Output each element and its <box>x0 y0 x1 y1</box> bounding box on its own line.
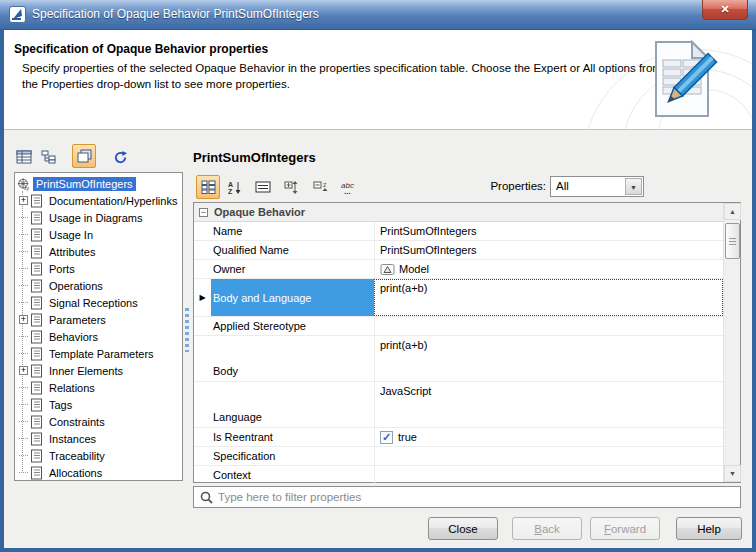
page-icon <box>30 262 43 276</box>
editing-cell[interactable]: print(a+b) <box>374 279 723 316</box>
tree-item-printsumofintegers[interactable]: xy PrintSumOfIntegers <box>15 175 182 192</box>
show-full-text-icon[interactable]: abc ... <box>338 175 362 199</box>
tree-connector <box>19 421 28 422</box>
properties-dropdown[interactable]: All ▼ <box>550 176 644 197</box>
cascade-view-button[interactable] <box>72 144 96 168</box>
scrollbar-thumb[interactable] <box>725 223 740 259</box>
tree-connector <box>19 336 28 337</box>
usage-table-view-button[interactable] <box>12 145 36 169</box>
row-gutter <box>194 336 211 381</box>
owner-value-text: Model <box>399 263 429 275</box>
tree-item-parameters[interactable]: + Parameters <box>15 311 182 328</box>
property-row-context[interactable]: Context <box>194 466 723 483</box>
property-value[interactable]: print(a+b) <box>374 279 723 316</box>
tree-item-label: Template Parameters <box>46 347 157 361</box>
property-row-owner[interactable]: Owner Model <box>194 260 723 279</box>
refresh-icon[interactable] <box>108 145 132 169</box>
back-button[interactable]: Back <box>512 517 582 540</box>
close-icon[interactable]: ✕ <box>702 0 748 20</box>
tree-view-button[interactable] <box>37 145 61 169</box>
tree: xy PrintSumOfIntegers + Documentation/Hy… <box>15 173 182 481</box>
property-value[interactable]: Model <box>374 260 723 278</box>
tree-item-label: Allocations <box>46 466 105 480</box>
expander-plus-icon[interactable]: + <box>19 315 28 324</box>
tree-item-usage-in-diagrams[interactable]: Usage in Diagrams <box>15 209 182 226</box>
tree-item-label: Instances <box>46 432 99 446</box>
property-value[interactable]: PrintSumOfIntegers <box>374 222 723 240</box>
row-gutter <box>194 317 211 335</box>
tree-item-template-parameters[interactable]: Template Parameters <box>15 345 182 362</box>
property-row-applied-stereotype[interactable]: Applied Stereotype <box>194 317 723 336</box>
property-row-is-reentrant[interactable]: Is Reentrant ✓ true <box>194 428 723 447</box>
tree-connector <box>19 217 28 218</box>
section-title: Opaque Behavior <box>214 206 305 218</box>
tree-item-constraints[interactable]: Constraints <box>15 413 182 430</box>
row-gutter <box>194 241 211 259</box>
panel-splitter-handle[interactable] <box>185 308 189 352</box>
expander-plus-icon[interactable]: + <box>19 366 28 375</box>
tree-item-instances[interactable]: Instances <box>15 430 182 447</box>
tree-item-behaviors[interactable]: Behaviors <box>15 328 182 345</box>
property-label: Body and Language <box>211 279 374 316</box>
collapse-all-icon[interactable]: z <box>309 175 333 199</box>
title-bar[interactable]: Specification of Opaque Behavior PrintSu… <box>0 0 756 30</box>
property-row-body-and-language[interactable]: ▶ Body and Language print(a+b) <box>194 279 723 317</box>
row-gutter <box>194 382 211 427</box>
svg-text:xy: xy <box>24 184 30 190</box>
page-icon <box>30 398 43 412</box>
tree-item-allocations[interactable]: Allocations <box>15 464 182 481</box>
tree-item-usage-in[interactable]: Usage In <box>15 226 182 243</box>
section-row-opaque-behavior[interactable]: − Opaque Behavior <box>194 203 723 222</box>
page-icon <box>30 347 43 361</box>
tree-item-relations[interactable]: Relations <box>15 379 182 396</box>
table-scrollbar[interactable]: ▲ ▼ <box>723 203 740 482</box>
banner-description-line1: Specify properties of the selected Opaqu… <box>22 62 662 74</box>
property-value[interactable]: PrintSumOfIntegers <box>374 241 723 259</box>
is-reentrant-checkbox[interactable]: ✓ <box>380 431 393 444</box>
tree-item-label: Traceability <box>46 449 108 463</box>
property-row-language[interactable]: Language JavaScript <box>194 382 723 428</box>
tree-connector <box>19 302 28 303</box>
tree-item-label: Usage In <box>46 228 96 242</box>
tree-item-label: Signal Receptions <box>46 296 141 310</box>
help-button[interactable]: Help <box>676 517 742 540</box>
close-button[interactable]: Close <box>428 517 498 540</box>
expand-all-icon[interactable] <box>280 175 304 199</box>
property-value[interactable] <box>374 447 723 465</box>
tree-item-tags[interactable]: Tags <box>15 396 182 413</box>
tree-item-label: Tags <box>46 398 75 412</box>
property-row-specification[interactable]: Specification <box>194 447 723 466</box>
property-value[interactable]: JavaScript <box>374 382 723 427</box>
scroll-up-icon[interactable]: ▲ <box>724 203 741 220</box>
scroll-down-icon[interactable]: ▼ <box>724 465 741 482</box>
tree-item-inner-elements[interactable]: + Inner Elements <box>15 362 182 379</box>
forward-button[interactable]: Forward <box>590 517 660 540</box>
sort-alphabetically-icon[interactable]: A Z <box>222 175 246 199</box>
chevron-down-icon[interactable]: ▼ <box>625 178 642 195</box>
row-gutter <box>194 447 211 465</box>
tree-item-ports[interactable]: Ports <box>15 260 182 277</box>
flat-view-icon[interactable] <box>251 175 275 199</box>
svg-text:...: ... <box>344 187 351 195</box>
filter-properties-input[interactable] <box>218 491 740 503</box>
tree-item-documentation-hyperlinks[interactable]: + Documentation/Hyperlinks <box>15 192 182 209</box>
expander-plus-icon[interactable]: + <box>19 196 28 205</box>
banner-heading: Specification of Opaque Behavior propert… <box>14 42 268 56</box>
page-icon <box>30 330 43 344</box>
property-value[interactable] <box>374 317 723 335</box>
property-row-qualified-name[interactable]: Qualified Name PrintSumOfIntegers <box>194 241 723 260</box>
collapse-minus-icon[interactable]: − <box>199 208 208 217</box>
selected-row-marker-icon: ▶ <box>194 279 211 316</box>
filter-bar[interactable] <box>193 486 741 508</box>
tree-item-signal-receptions[interactable]: Signal Receptions <box>15 294 182 311</box>
specification-tree-panel[interactable]: xy PrintSumOfIntegers + Documentation/Hy… <box>14 172 183 481</box>
property-value[interactable] <box>374 466 723 483</box>
property-value[interactable]: ✓ true <box>374 428 723 446</box>
property-value[interactable]: print(a+b) <box>374 336 723 381</box>
tree-item-attributes[interactable]: Attributes <box>15 243 182 260</box>
tree-item-traceability[interactable]: Traceability <box>15 447 182 464</box>
property-row-body[interactable]: Body print(a+b) <box>194 336 723 382</box>
property-row-name[interactable]: Name PrintSumOfIntegers <box>194 222 723 241</box>
tree-item-operations[interactable]: Operations <box>15 277 182 294</box>
categorized-view-button[interactable] <box>196 175 220 199</box>
